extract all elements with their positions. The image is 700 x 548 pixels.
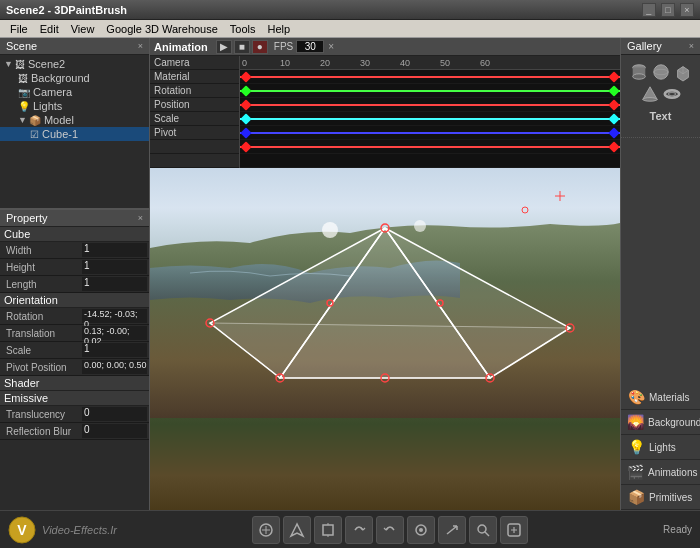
- gallery-spacer: [621, 142, 700, 385]
- timeline-track-material[interactable]: [240, 84, 620, 98]
- prop-row-translucency: Translucency 0: [0, 406, 149, 423]
- prop-row-height: Height 1: [0, 259, 149, 276]
- record-button[interactable]: ●: [252, 40, 268, 54]
- gallery-item-primitives[interactable]: 📦 Primitives: [621, 485, 700, 510]
- prop-section-orientation: Orientation: [0, 293, 149, 308]
- gallery-item-materials[interactable]: 🎨 Materials: [621, 385, 700, 410]
- svg-point-2: [414, 220, 426, 232]
- anim-labels: Camera Material Rotation Position Scale …: [150, 56, 240, 168]
- prop-label-width: Width: [2, 245, 82, 256]
- prop-row-scale: Scale 1: [0, 342, 149, 359]
- property-pin[interactable]: ×: [138, 213, 143, 223]
- tree-label-cube1: Cube-1: [42, 128, 78, 140]
- svg-line-38: [485, 532, 489, 536]
- minimize-button[interactable]: _: [642, 3, 656, 17]
- prop-label-translucency: Translucency: [2, 409, 82, 420]
- timeline-track-scale[interactable]: [240, 126, 620, 140]
- menu-bar: File Edit View Google 3D Warehouse Tools…: [0, 20, 700, 38]
- track-label-empty2: [150, 154, 239, 168]
- track-label-camera: Camera: [150, 56, 239, 70]
- tool-btn-4[interactable]: [345, 516, 373, 544]
- maximize-button[interactable]: □: [661, 3, 675, 17]
- tool-btn-2[interactable]: [283, 516, 311, 544]
- gallery-shape-torus[interactable]: [663, 85, 681, 103]
- ruler-20: 20: [320, 58, 330, 68]
- tree-item-camera[interactable]: 📷 Camera: [0, 85, 149, 99]
- tool-btn-search[interactable]: [469, 516, 497, 544]
- gallery-shape-cylinder[interactable]: [630, 63, 648, 81]
- timeline-track-position[interactable]: [240, 112, 620, 126]
- gallery-item-animations[interactable]: 🎬 Animations: [621, 460, 700, 485]
- menu-google-3d-warehouse[interactable]: Google 3D Warehouse: [100, 22, 224, 36]
- fps-label: FPS: [274, 41, 293, 52]
- tree-item-background[interactable]: 🖼 Background: [0, 71, 149, 85]
- viewport-svg: [150, 168, 620, 418]
- track-label-scale: Scale: [150, 112, 239, 126]
- menu-edit[interactable]: Edit: [34, 22, 65, 36]
- menu-file[interactable]: File: [4, 22, 34, 36]
- tool-btn-6[interactable]: [407, 516, 435, 544]
- scene-header: Scene ×: [0, 38, 149, 55]
- tree-item-model[interactable]: ▼ 📦 Model: [0, 113, 149, 127]
- tree-label-camera: Camera: [33, 86, 72, 98]
- svg-point-21: [653, 65, 667, 79]
- stop-button[interactable]: ■: [234, 40, 250, 54]
- track-label-material: Material: [150, 70, 239, 84]
- prop-value-length: 1: [82, 277, 147, 291]
- close-button[interactable]: ×: [680, 3, 694, 17]
- menu-tools[interactable]: Tools: [224, 22, 262, 36]
- animation-panel: Animation ▶ ■ ● FPS × Camera Material Ro…: [150, 38, 620, 168]
- watermark-logo: V: [8, 516, 36, 544]
- tree-label-scene2: Scene2: [28, 58, 65, 70]
- timeline-track-rotation[interactable]: [240, 98, 620, 112]
- anim-timeline[interactable]: 0 10 20 30 40 50 60: [240, 56, 620, 168]
- prop-label-reflection-blur: Reflection Blur: [2, 426, 82, 437]
- gallery-shape-sphere[interactable]: [652, 63, 670, 81]
- fps-input[interactable]: [296, 40, 324, 53]
- tree-label-model: Model: [44, 114, 74, 126]
- gallery-pin[interactable]: ×: [689, 41, 694, 51]
- tree-label-lights: Lights: [33, 100, 62, 112]
- prop-value-rotation: -14.52; -0.03; 0.: [82, 309, 147, 323]
- prop-label-length: Length: [2, 279, 82, 290]
- prop-value-width: 1: [82, 243, 147, 257]
- scene-tree: ▼ 🖼 Scene2 🖼 Background 📷 Camera 💡 Light…: [0, 55, 149, 208]
- backgrounds-icon: 🌄: [627, 413, 644, 431]
- tree-item-lights[interactable]: 💡 Lights: [0, 99, 149, 113]
- tool-btn-7[interactable]: [438, 516, 466, 544]
- property-panel: Property × Cube Width 1 Height 1 Length …: [0, 209, 150, 510]
- tree-item-scene2[interactable]: ▼ 🖼 Scene2: [0, 57, 149, 71]
- anim-pin[interactable]: ×: [328, 41, 334, 52]
- prop-row-reflection-blur: Reflection Blur 0: [0, 423, 149, 440]
- menu-view[interactable]: View: [65, 22, 101, 36]
- svg-point-29: [664, 90, 678, 97]
- tool-btn-5[interactable]: [376, 516, 404, 544]
- track-label-position: Position: [150, 98, 239, 112]
- svg-point-1: [322, 222, 338, 238]
- track-label-pivot: Pivot: [150, 126, 239, 140]
- tool-btn-3[interactable]: [314, 516, 342, 544]
- scene-pin[interactable]: ×: [138, 41, 143, 51]
- prop-label-height: Height: [2, 262, 82, 273]
- menu-help[interactable]: Help: [262, 22, 297, 36]
- gallery-item-animations-label: Animations: [648, 467, 697, 478]
- tool-btn-1[interactable]: [252, 516, 280, 544]
- tool-btn-9[interactable]: [500, 516, 528, 544]
- tree-item-cube1[interactable]: ☑ Cube-1: [0, 127, 149, 141]
- gallery-shape-cube[interactable]: [674, 63, 692, 81]
- gallery-item-backgrounds[interactable]: 🌄 Backgrounds: [621, 410, 700, 435]
- gallery-shape-text[interactable]: Text: [646, 107, 676, 125]
- gallery-item-lights[interactable]: 💡 Lights: [621, 435, 700, 460]
- gallery-item-materials-label: Materials: [649, 392, 690, 403]
- ruler-60: 60: [480, 58, 490, 68]
- gallery-shape-cone[interactable]: [641, 85, 659, 103]
- timeline-track-pivot[interactable]: [240, 140, 620, 154]
- prop-value-translucency: 0: [82, 407, 147, 421]
- svg-text:V: V: [17, 522, 27, 538]
- track-label-rotation: Rotation: [150, 84, 239, 98]
- prop-row-translation: Translation 0.13; -0.00; 0.02: [0, 325, 149, 342]
- timeline-track-empty: [240, 154, 620, 168]
- timeline-track-camera[interactable]: [240, 70, 620, 84]
- play-button[interactable]: ▶: [216, 40, 232, 54]
- viewport[interactable]: [150, 168, 620, 510]
